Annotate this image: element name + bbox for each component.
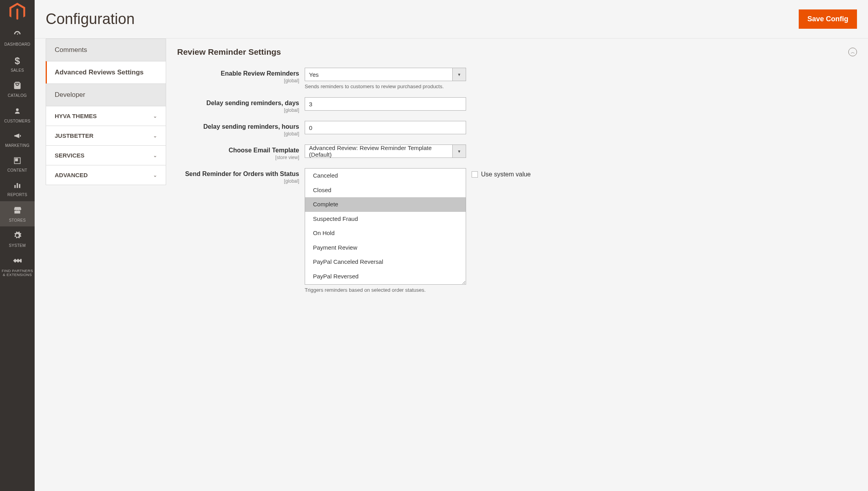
config-group-services[interactable]: SERVICES⌄ bbox=[46, 146, 166, 165]
field-label: Choose Email Template bbox=[229, 147, 299, 154]
field-scope: [global] bbox=[177, 78, 299, 83]
nav-label: CONTENT bbox=[2, 168, 33, 173]
field-label: Send Reminder for Orders with Status bbox=[185, 170, 299, 177]
system-icon bbox=[2, 231, 33, 242]
section-collapse-toggle[interactable]: ︿ bbox=[848, 48, 857, 56]
config-group-justbetter[interactable]: JUSTBETTER⌄ bbox=[46, 126, 166, 146]
nav-label: SYSTEM bbox=[2, 243, 33, 248]
status-option[interactable]: Canceled bbox=[305, 169, 466, 183]
page-header: Configuration Save Config bbox=[35, 0, 868, 39]
nav-item-dashboard[interactable]: DASHBOARD bbox=[0, 25, 35, 51]
order-status-multiselect[interactable]: CanceledClosedCompleteSuspected FraudOn … bbox=[305, 168, 466, 285]
status-option[interactable]: Closed bbox=[305, 183, 466, 198]
svg-rect-4 bbox=[19, 184, 20, 188]
group-label: ADVANCED bbox=[55, 172, 88, 178]
nav-item-system[interactable]: SYSTEM bbox=[0, 226, 35, 252]
status-option[interactable]: PayPal Canceled Reversal bbox=[305, 255, 466, 269]
catalog-icon bbox=[2, 81, 33, 92]
svg-rect-3 bbox=[17, 183, 18, 188]
magento-logo-icon bbox=[9, 4, 25, 20]
nav-label: CUSTOMERS bbox=[2, 119, 33, 124]
admin-sidebar: DASHBOARD$SALESCATALOGCUSTOMERSMARKETING… bbox=[0, 0, 35, 491]
status-option[interactable]: Complete bbox=[305, 197, 466, 212]
content-icon bbox=[2, 157, 33, 167]
nav-label: CATALOG bbox=[2, 93, 33, 98]
customers-icon bbox=[2, 107, 33, 117]
checkbox-label: Use system value bbox=[481, 171, 531, 178]
status-option[interactable]: On Hold bbox=[305, 226, 466, 241]
field-delay-hours: Delay sending reminders, hours [global] bbox=[177, 121, 857, 137]
config-tab-developer[interactable]: Developer bbox=[46, 83, 166, 106]
nav-label: MARKETING bbox=[2, 143, 33, 148]
field-label: Enable Review Reminders bbox=[221, 70, 299, 77]
field-scope: [global] bbox=[177, 178, 299, 184]
chevron-up-icon: ︿ bbox=[851, 49, 855, 55]
svg-rect-7 bbox=[19, 258, 22, 262]
nav-item-stores[interactable]: STORES bbox=[0, 201, 35, 227]
select-value: Advanced Review: Review Reminder Templat… bbox=[305, 145, 452, 157]
field-scope: [global] bbox=[177, 131, 299, 137]
stores-icon bbox=[2, 206, 33, 217]
group-label: SERVICES bbox=[55, 152, 85, 159]
field-label: Delay sending reminders, hours bbox=[203, 123, 299, 130]
group-label: HYVA THEMES bbox=[55, 113, 97, 119]
field-enable-reminders: Enable Review Reminders [global] Yes ▼ S… bbox=[177, 68, 857, 89]
marketing-icon bbox=[2, 132, 33, 142]
use-system-value-checkbox[interactable]: Use system value bbox=[472, 171, 531, 178]
page-title: Configuration bbox=[46, 11, 135, 28]
config-tabs-panel: CommentsAdvanced Reviews SettingsDevelop… bbox=[46, 39, 166, 185]
field-order-status: Send Reminder for Orders with Status [gl… bbox=[177, 168, 857, 293]
chevron-down-icon: ⌄ bbox=[153, 153, 157, 158]
nav-item-marketing[interactable]: MARKETING bbox=[0, 127, 35, 152]
chevron-down-icon: ▼ bbox=[452, 145, 466, 157]
status-option[interactable]: Payment Review bbox=[305, 241, 466, 255]
group-label: JUSTBETTER bbox=[55, 132, 93, 139]
nav-label: REPORTS bbox=[2, 193, 33, 197]
status-option[interactable]: Suspected Fraud bbox=[305, 212, 466, 226]
svg-rect-1 bbox=[15, 159, 18, 161]
save-config-button[interactable]: Save Config bbox=[799, 9, 857, 29]
config-tab-advanced-reviews-settings[interactable]: Advanced Reviews Settings bbox=[46, 61, 166, 83]
status-option[interactable]: Pending bbox=[305, 283, 466, 285]
chevron-down-icon: ⌄ bbox=[153, 172, 157, 178]
config-group-advanced[interactable]: ADVANCED⌄ bbox=[46, 165, 166, 185]
nav-item-sales[interactable]: $SALES bbox=[0, 51, 35, 77]
dashboard-icon bbox=[2, 30, 33, 41]
nav-label: FIND PARTNERS & EXTENSIONS bbox=[2, 269, 33, 278]
status-option[interactable]: PayPal Reversed bbox=[305, 269, 466, 284]
nav-item-catalog[interactable]: CATALOG bbox=[0, 76, 35, 102]
nav-item-find-partners[interactable]: FIND PARTNERS & EXTENSIONS bbox=[0, 252, 35, 282]
reports-icon bbox=[2, 181, 33, 191]
delay-days-input[interactable] bbox=[305, 97, 466, 111]
sales-icon: $ bbox=[2, 56, 33, 67]
nav-item-customers[interactable]: CUSTOMERS bbox=[0, 102, 35, 128]
find-partners-icon bbox=[2, 257, 33, 267]
section-title: Review Reminder Settings bbox=[177, 47, 281, 57]
field-scope: [global] bbox=[177, 107, 299, 113]
delay-hours-input[interactable] bbox=[305, 121, 466, 134]
enable-reminders-select[interactable]: Yes ▼ bbox=[305, 68, 466, 81]
settings-panel: Review Reminder Settings ︿ Enable Review… bbox=[177, 39, 868, 301]
checkbox-icon bbox=[472, 171, 478, 178]
chevron-down-icon: ▼ bbox=[452, 68, 466, 81]
field-email-template: Choose Email Template [store view] Advan… bbox=[177, 145, 857, 160]
config-group-hyva-themes[interactable]: HYVA THEMES⌄ bbox=[46, 106, 166, 126]
chevron-down-icon: ⌄ bbox=[153, 133, 157, 139]
field-delay-days: Delay sending reminders, days [global] bbox=[177, 97, 857, 113]
field-note: Sends reminders to customers to review p… bbox=[305, 83, 466, 89]
nav-label: STORES bbox=[2, 218, 33, 223]
nav-label: SALES bbox=[2, 68, 33, 73]
email-template-select[interactable]: Advanced Review: Review Reminder Templat… bbox=[305, 145, 466, 158]
svg-rect-2 bbox=[15, 185, 16, 188]
nav-item-reports[interactable]: REPORTS bbox=[0, 176, 35, 201]
chevron-down-icon: ⌄ bbox=[153, 113, 157, 119]
field-label: Delay sending reminders, days bbox=[206, 100, 299, 106]
select-value: Yes bbox=[305, 68, 452, 81]
nav-item-content[interactable]: CONTENT bbox=[0, 152, 35, 177]
config-tab-comments[interactable]: Comments bbox=[46, 39, 166, 61]
nav-label: DASHBOARD bbox=[2, 42, 33, 47]
field-scope: [store view] bbox=[177, 155, 299, 160]
field-note: Triggers reminders based on selected ord… bbox=[305, 287, 466, 293]
